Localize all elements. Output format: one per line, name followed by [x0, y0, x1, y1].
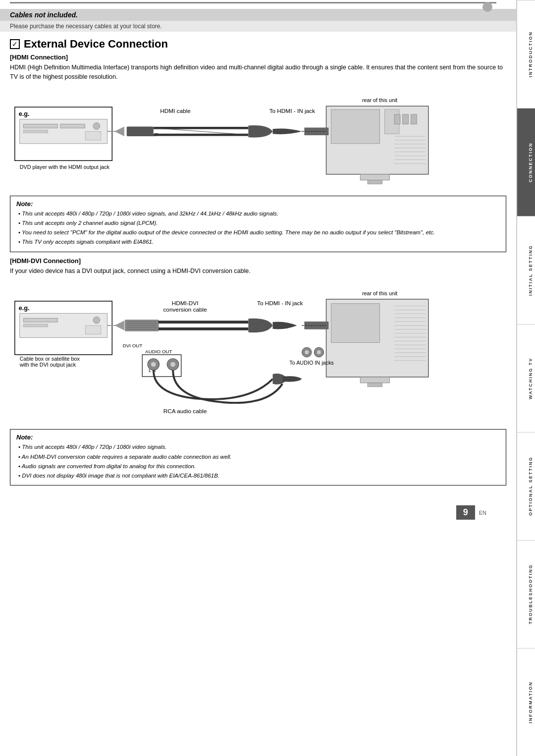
hdmi-dvi-section: [HDMI-DVI Connection] If your video devi… [0, 257, 516, 276]
svg-point-64 [151, 362, 156, 367]
svg-rect-42 [85, 325, 101, 334]
svg-text:DVI OUT: DVI OUT [123, 343, 143, 348]
svg-text:Cable box or satellite box: Cable box or satellite box [20, 356, 80, 362]
svg-text:To AUDIO IN jacks: To AUDIO IN jacks [289, 360, 334, 366]
cables-title: Cables not included. [10, 11, 78, 19]
hdmi-dvi-desc: If your video device has a DVI output ja… [10, 267, 506, 276]
svg-rect-23 [403, 114, 409, 124]
svg-rect-6 [85, 131, 101, 140]
svg-text:To HDMI - IN jack: To HDMI - IN jack [269, 107, 315, 113]
svg-rect-22 [394, 114, 400, 124]
hdmi-dvi-note-item-1: • This unit accepts 480i / 480p / 720p /… [16, 443, 500, 451]
sidebar-tab-introduction: INTRODUCTION [517, 0, 535, 108]
svg-point-88 [305, 350, 309, 354]
hdmi-connection-desc: HDMI (High Definition Multimedia Interfa… [10, 63, 506, 82]
svg-rect-40 [24, 318, 58, 322]
hdmi-note-item-4: • This TV only accepts signals compliant… [16, 238, 500, 246]
hdmi-diagram-svg: e.g. DVD player with the HDMI output jac… [10, 87, 506, 191]
hdmi-dvi-diagram-svg: e.g. Cable box or satellite box with the… [10, 280, 506, 424]
svg-text:rear of this unit: rear of this unit [362, 290, 397, 296]
page-en-label: EN [479, 510, 486, 516]
sidebar-tab-optional-setting: OPTIONAL SETTING [517, 432, 535, 540]
hdmi-connection-section: [HDMI Connection] HDMI (High Definition … [0, 54, 516, 82]
svg-point-5 [93, 122, 100, 129]
section-checkbox: ✓ [10, 39, 20, 49]
sidebar-tab-information: INFORMATION [517, 648, 535, 756]
svg-text:To HDMI - IN jack: To HDMI - IN jack [257, 300, 303, 306]
svg-rect-4 [60, 124, 85, 128]
svg-point-41 [93, 317, 100, 324]
svg-rect-70 [331, 304, 379, 343]
sidebar-tab-connection: CONNECTION [517, 108, 535, 216]
svg-rect-93 [368, 383, 382, 387]
page-number: 9 [456, 505, 475, 520]
hdmi-note-title: Note: [16, 200, 500, 208]
hdmi-dvi-note-item-4: • DVI does not display 480i image that i… [16, 472, 500, 480]
hdmi-dvi-diagram: e.g. Cable box or satellite box with the… [10, 280, 506, 424]
svg-point-66 [170, 362, 175, 367]
section-title: External Device Connection [24, 38, 168, 51]
svg-rect-43 [24, 324, 48, 327]
hdmi-dvi-note-box: Note: • This unit accepts 480i / 480p / … [10, 429, 506, 486]
sidebar-tab-initial-setting: INITIAL SETTING [517, 216, 535, 324]
svg-rect-3 [24, 124, 58, 128]
hdmi-dvi-note-title: Note: [16, 433, 500, 441]
hdmi-note-item-3: • You need to select "PCM" for the digit… [16, 228, 500, 237]
hdmi-dvi-note-item-3: • Audio signals are converted from digit… [16, 462, 500, 471]
svg-text:conversion cable: conversion cable [163, 307, 207, 313]
hdmi-note-item-1: • This unit accepts 480i / 480p / 720p /… [16, 210, 500, 218]
cables-banner: Cables not included. [0, 9, 516, 21]
svg-text:RCA audio cable: RCA audio cable [163, 408, 207, 414]
svg-rect-7 [24, 130, 48, 133]
hdmi-note-item-2: • This unit accepts only 2 channel audio… [16, 219, 500, 227]
hdmi-dvi-title: [HDMI-DVI Connection] [10, 257, 506, 265]
section-header: ✓ External Device Connection [0, 36, 516, 54]
hdmi-connection-title: [HDMI Connection] [10, 54, 506, 61]
right-sidebar: INTRODUCTION CONNECTION INITIAL SETTING … [516, 0, 535, 756]
cables-subtext: Please purchase the necessary cables at … [0, 21, 516, 32]
sidebar-tab-watching-tv: WATCHING TV [517, 324, 535, 432]
svg-rect-24 [411, 114, 417, 124]
sidebar-tab-troubleshooting: TROUBLESHOOTING [517, 540, 535, 648]
svg-rect-25 [360, 174, 389, 180]
svg-text:HDMI-DVI: HDMI-DVI [172, 300, 199, 306]
hdmi-diagram: e.g. DVD player with the HDMI output jac… [10, 87, 506, 191]
svg-text:rear of this unit: rear of this unit [362, 97, 397, 103]
svg-point-90 [317, 350, 321, 354]
hdmi-note-box: Note: • This unit accepts 480i / 480p / … [10, 196, 506, 252]
svg-rect-20 [331, 109, 379, 144]
svg-text:HDMI cable: HDMI cable [160, 107, 191, 113]
footer: 9 EN [0, 495, 516, 525]
svg-rect-26 [368, 180, 382, 184]
svg-text:e.g.: e.g. [19, 304, 30, 312]
svg-rect-92 [360, 377, 389, 383]
svg-rect-14 [127, 126, 154, 136]
svg-text:with the DVI output jack: with the DVI output jack [19, 362, 76, 368]
svg-text:AUDIO OUT: AUDIO OUT [145, 349, 172, 354]
svg-text:e.g.: e.g. [19, 109, 30, 117]
hdmi-dvi-note-item-2: • An HDMI-DVI conversion cable requires … [16, 453, 500, 461]
svg-text:DVD player with the HDMI outpu: DVD player with the HDMI output jack [20, 163, 110, 169]
